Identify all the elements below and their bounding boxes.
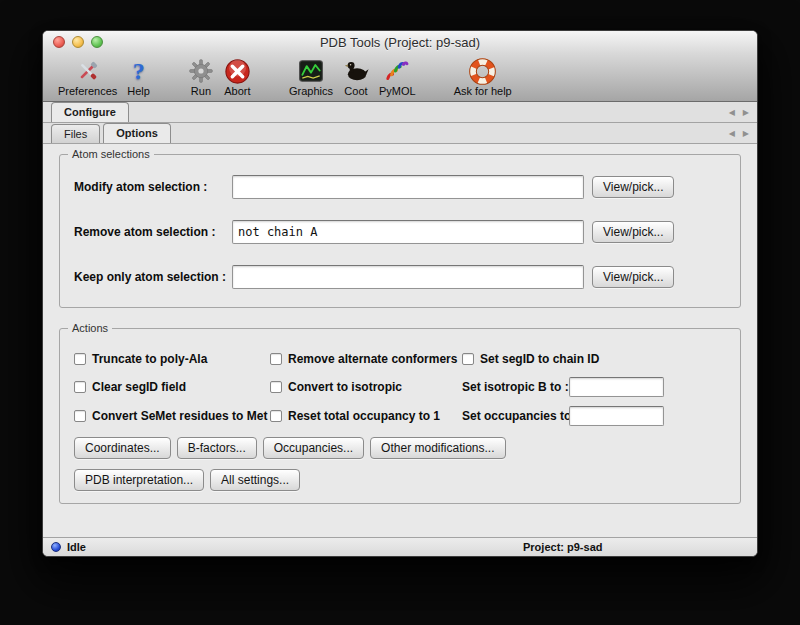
toolbar-button-ask-for-help[interactable]: Ask for help (449, 57, 517, 98)
toolbar-label-abort: Abort (224, 85, 250, 98)
atom-selections-group-title: Atom selections (68, 148, 154, 160)
actions-group-title: Actions (68, 322, 112, 334)
checkbox-convert-semet-residues-to-met[interactable]: Convert SeMet residues to Met (74, 406, 270, 426)
pdb-interpretation-button[interactable]: PDB interpretation... (74, 469, 204, 491)
toolbar-label-preferences: Preferences (58, 85, 117, 98)
checkbox-box[interactable] (74, 410, 86, 422)
toolbar-button-preferences[interactable]: Preferences (53, 57, 122, 98)
toolbar-button-abort[interactable]: Abort (219, 57, 256, 98)
checkbox-box[interactable] (270, 381, 282, 393)
actions-buttons-row-2: PDB interpretation... All settings... (74, 469, 726, 491)
options-page: Atom selections Modify atom selection : … (43, 144, 757, 537)
toolbar: Preferences ? Help (43, 53, 757, 102)
checkbox-box[interactable] (270, 410, 282, 422)
gear-icon (188, 57, 214, 85)
tab-options[interactable]: Options (103, 123, 171, 143)
checkbox-reset-total-occupancy-to-1[interactable]: Reset total occupancy to 1 (270, 406, 462, 426)
pymol-ribbon-icon (384, 57, 410, 85)
modify-atom-selection-label: Modify atom selection : (74, 180, 232, 194)
title-bar[interactable]: PDB Tools (Project: p9-sad) (43, 31, 757, 53)
actions-buttons-row-1: Coordinates... B-factors... Occupancies.… (74, 437, 726, 459)
graphics-icon (298, 57, 324, 85)
toolbar-label-coot: Coot (344, 85, 367, 98)
set-occupancies-field: Set occupancies to : (462, 405, 726, 427)
remove-view-pick-button[interactable]: View/pick... (592, 221, 674, 243)
toolbar-label-graphics: Graphics (289, 85, 333, 98)
coordinates-button[interactable]: Coordinates... (74, 437, 171, 459)
b-factors-button[interactable]: B-factors... (177, 437, 257, 459)
checkbox-set-segid-to-chain-id[interactable]: Set segID to chain ID (462, 349, 726, 369)
secondary-tab-bar: Files Options ◀ ▶ (43, 123, 757, 144)
checkbox-remove-alternate-conformers[interactable]: Remove alternate conformers (270, 349, 462, 369)
tab-scroll-controls: ◀ ▶ (729, 109, 749, 122)
tab-scroll-right-icon[interactable]: ▶ (743, 109, 749, 117)
window-title: PDB Tools (Project: p9-sad) (320, 35, 480, 50)
close-button[interactable] (53, 36, 65, 48)
occupancies-button[interactable]: Occupancies... (263, 437, 364, 459)
set-isotropic-b-label: Set isotropic B to : (462, 380, 569, 394)
primary-tab-bar: Configure ◀ ▶ (43, 102, 757, 123)
toolbar-button-run[interactable]: Run (183, 57, 219, 98)
app-window: PDB Tools (Project: p9-sad) Preferences (42, 30, 758, 557)
toolbar-label-help: Help (127, 85, 150, 98)
checkbox-box[interactable] (462, 353, 474, 365)
abort-icon (224, 57, 251, 85)
status-text: Idle (67, 541, 86, 553)
toolbar-button-graphics[interactable]: Graphics (284, 57, 338, 98)
checkbox-truncate-to-poly-ala[interactable]: Truncate to poly-Ala (74, 349, 270, 369)
tab-scroll-left-icon[interactable]: ◀ (729, 109, 735, 117)
checkbox-label: Remove alternate conformers (288, 352, 457, 366)
tools-icon (75, 57, 101, 85)
tab-configure[interactable]: Configure (51, 102, 129, 122)
keep-only-atom-selection-row: Keep only atom selection : View/pick... (74, 265, 726, 289)
checkbox-convert-to-isotropic[interactable]: Convert to isotropic (270, 377, 462, 397)
toolbar-button-pymol[interactable]: PyMOL (374, 57, 421, 98)
checkbox-label: Clear segID field (92, 380, 186, 394)
checkbox-label: Truncate to poly-Ala (92, 352, 207, 366)
toolbar-button-coot[interactable]: Coot (338, 57, 374, 98)
help-icon: ? (133, 57, 145, 85)
remove-atom-selection-row: Remove atom selection : View/pick... (74, 220, 726, 244)
toolbar-label-run: Run (191, 85, 211, 98)
tab-scroll-controls: ◀ ▶ (729, 130, 749, 143)
toolbar-label-ask-for-help: Ask for help (454, 85, 512, 98)
tab-files[interactable]: Files (51, 124, 100, 143)
keep-only-atom-selection-label: Keep only atom selection : (74, 270, 232, 284)
toolbar-label-pymol: PyMOL (379, 85, 416, 98)
checkbox-label: Convert to isotropic (288, 380, 402, 394)
remove-atom-selection-input[interactable] (232, 220, 584, 244)
set-isotropic-b-field: Set isotropic B to : (462, 376, 726, 398)
set-occupancies-input[interactable] (569, 406, 664, 426)
actions-group: Actions Truncate to poly-Ala Remove alte… (59, 328, 741, 504)
checkbox-label: Set segID to chain ID (480, 352, 599, 366)
window-controls (53, 36, 103, 48)
checkbox-box[interactable] (74, 353, 86, 365)
modify-atom-selection-input[interactable] (232, 175, 584, 199)
remove-atom-selection-label: Remove atom selection : (74, 225, 232, 239)
keep-only-view-pick-button[interactable]: View/pick... (592, 266, 674, 288)
status-bar: Idle Project: p9-sad (43, 537, 757, 556)
status-indicator-icon (51, 542, 61, 552)
minimize-button[interactable] (72, 36, 84, 48)
modify-view-pick-button[interactable]: View/pick... (592, 176, 674, 198)
project-label: Project: p9-sad (523, 541, 602, 553)
tab-scroll-left-icon[interactable]: ◀ (729, 130, 735, 138)
set-isotropic-b-input[interactable] (569, 377, 664, 397)
checkbox-clear-segid-field[interactable]: Clear segID field (74, 377, 270, 397)
set-occupancies-label: Set occupancies to : (462, 409, 569, 423)
actions-grid: Truncate to poly-Ala Remove alternate co… (74, 349, 726, 427)
life-ring-icon (469, 57, 496, 85)
modify-atom-selection-row: Modify atom selection : View/pick... (74, 175, 726, 199)
checkbox-label: Reset total occupancy to 1 (288, 409, 440, 423)
atom-selections-group: Atom selections Modify atom selection : … (59, 154, 741, 308)
zoom-button[interactable] (91, 36, 103, 48)
tab-scroll-right-icon[interactable]: ▶ (743, 130, 749, 138)
checkbox-box[interactable] (270, 353, 282, 365)
all-settings-button[interactable]: All settings... (210, 469, 300, 491)
coot-bird-icon (343, 57, 369, 85)
keep-only-atom-selection-input[interactable] (232, 265, 584, 289)
checkbox-box[interactable] (74, 381, 86, 393)
toolbar-button-help[interactable]: ? Help (122, 57, 155, 98)
other-modifications-button[interactable]: Other modifications... (370, 437, 505, 459)
help-glyph: ? (133, 58, 145, 84)
